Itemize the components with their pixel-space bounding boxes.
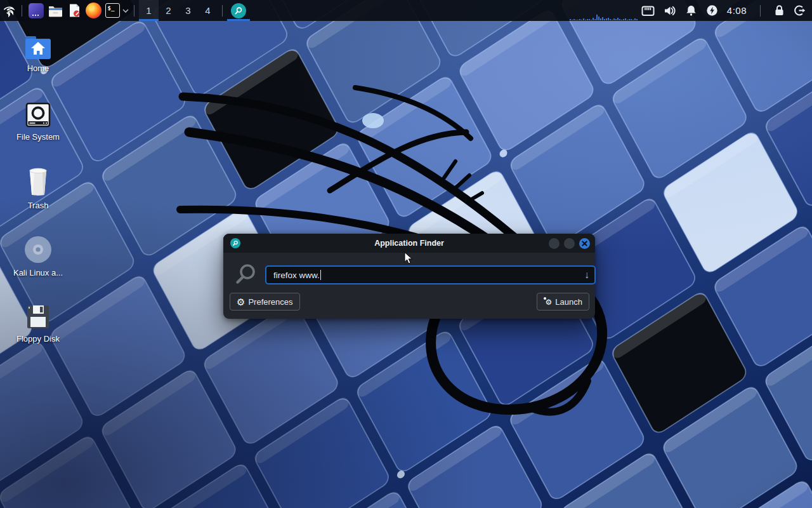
panel-separator — [760, 5, 761, 17]
app-finder-icon — [230, 238, 240, 248]
volume-icon — [664, 4, 676, 17]
down-arrow-icon[interactable]: ↓ — [584, 269, 589, 281]
close-button[interactable] — [579, 238, 590, 249]
workspace-3[interactable]: 3 — [178, 0, 198, 21]
terminal-launcher[interactable]: $_ — [103, 1, 122, 20]
network-tray-button[interactable] — [641, 4, 655, 17]
clock[interactable]: 4:08 — [727, 5, 747, 16]
top-panel: $_ 1 2 3 4 — [0, 0, 812, 21]
workspace-2[interactable]: 2 — [159, 0, 178, 21]
preferences-button[interactable]: ⚙ Preferences — [230, 293, 300, 311]
launch-button[interactable]: ⚙ Launch — [537, 293, 589, 311]
lock-screen-button[interactable] — [774, 4, 785, 17]
launch-label: Launch — [555, 297, 582, 307]
power-icon — [706, 4, 718, 17]
trash-icon — [25, 166, 51, 197]
application-finder-window: Application Finder firefox www. ↓ — [223, 234, 595, 319]
applications-menu-button[interactable] — [0, 2, 17, 19]
text-caret — [320, 270, 322, 280]
desktop-icon-floppy-disk[interactable]: Floppy Disk — [8, 304, 69, 344]
desktop-icon-home[interactable]: Home — [8, 36, 69, 73]
kali-logo-icon — [2, 4, 15, 17]
desktop-icon-label: Trash — [28, 201, 49, 210]
workspace-4[interactable]: 4 — [198, 0, 218, 21]
maximize-button[interactable] — [564, 238, 575, 249]
logout-button[interactable] — [794, 4, 806, 17]
desktop-icon-kali-linux[interactable]: Kali Linux a... — [8, 235, 69, 277]
firefox-launcher[interactable] — [84, 1, 103, 20]
window-app-launcher[interactable] — [27, 1, 46, 20]
minimize-button[interactable] — [549, 238, 560, 249]
app-finder-icon — [231, 3, 246, 18]
window-app-icon — [29, 3, 44, 18]
panel-separator — [222, 5, 223, 17]
power-manager-tray-button[interactable] — [706, 4, 718, 17]
desktop: $_ 1 2 3 4 — [0, 0, 812, 508]
network-monitor-graph[interactable] — [570, 0, 641, 21]
mouse-cursor — [404, 252, 414, 265]
desktop-icon-label: File System — [16, 132, 60, 142]
network-icon — [641, 4, 655, 17]
terminal-icon: $_ — [105, 3, 120, 18]
home-folder-icon — [24, 36, 52, 60]
notifications-icon — [685, 4, 697, 17]
preferences-label: Preferences — [248, 297, 292, 307]
hard-drive-icon — [25, 102, 51, 128]
panel-separator — [134, 5, 134, 17]
desktop-icon-trash[interactable]: Trash — [8, 166, 69, 210]
terminal-dropdown-button[interactable] — [122, 8, 129, 13]
file-manager-icon — [48, 3, 63, 18]
text-editor-icon — [67, 3, 82, 18]
workspace-1[interactable]: 1 — [139, 0, 159, 21]
logout-icon — [794, 4, 806, 17]
firefox-icon — [86, 3, 102, 18]
titlebar[interactable]: Application Finder — [223, 234, 595, 253]
close-icon — [582, 241, 587, 246]
search-input[interactable]: firefox www. ↓ — [265, 265, 596, 284]
notifications-tray-button[interactable] — [685, 4, 697, 17]
desktop-icon-label: Home — [27, 64, 49, 73]
desktop-icon-file-system[interactable]: File System — [8, 102, 69, 142]
launch-gear-icon: ⚙ — [544, 297, 553, 306]
floppy-disk-icon — [25, 304, 51, 330]
window-title: Application Finder — [223, 239, 595, 248]
desktop-icon-label: Kali Linux a... — [13, 268, 63, 277]
text-editor-launcher[interactable] — [65, 1, 84, 20]
search-icon — [235, 264, 256, 285]
chevron-down-icon — [122, 8, 129, 13]
lock-icon — [774, 4, 785, 17]
volume-tray-button[interactable] — [664, 4, 676, 17]
desktop-icon-label: Floppy Disk — [16, 334, 60, 344]
taskbar-window-application-finder[interactable] — [227, 0, 250, 21]
search-input-value: firefox www. — [273, 271, 320, 280]
file-manager-launcher[interactable] — [46, 1, 65, 20]
workspace-switcher: 1 2 3 4 — [139, 0, 218, 21]
panel-separator — [22, 5, 22, 17]
gear-icon: ⚙ — [237, 297, 245, 307]
optical-disc-icon — [23, 235, 53, 264]
